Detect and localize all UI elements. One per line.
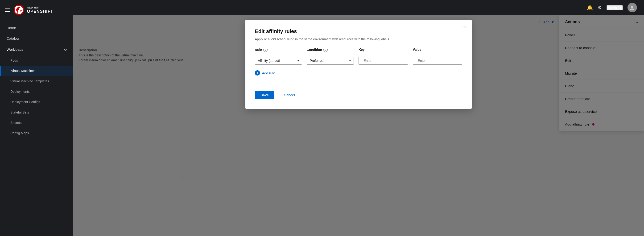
brand-text: RED HAT OPENSHIFT bbox=[27, 6, 53, 14]
sidebar-item-virtual-machines[interactable]: Virtual Machines bbox=[0, 66, 73, 76]
admin-chevron-icon: ▼ bbox=[619, 6, 622, 10]
redhat-logo-icon bbox=[13, 4, 24, 16]
gear-icon[interactable]: ⚙ bbox=[598, 5, 602, 10]
bell-icon[interactable]: 🔔 bbox=[587, 5, 593, 10]
page-bg: ⊕ Add ▼ Actions Power Connect to console… bbox=[73, 15, 644, 236]
condition-col-header: Condition ? bbox=[307, 48, 354, 54]
rule-label: Rule ? bbox=[255, 48, 302, 52]
rule-help-icon[interactable]: ? bbox=[263, 48, 268, 52]
user-avatar[interactable] bbox=[628, 3, 637, 12]
modal-overlay: × Edit affinity rules Apply or avoid sch… bbox=[73, 15, 644, 236]
value-input[interactable] bbox=[413, 57, 462, 65]
condition-label: Condition ? bbox=[307, 48, 354, 52]
main-content: 🔔 ⚙ Admin ▼ ⊕ Add ▼ Actions Pow bbox=[73, 0, 644, 236]
topbar: 🔔 ⚙ Admin ▼ bbox=[73, 0, 644, 15]
sidebar-header: RED HAT OPENSHIFT bbox=[0, 0, 73, 20]
svg-point-2 bbox=[630, 9, 634, 10]
avatar-icon bbox=[630, 5, 635, 10]
sidebar-item-stateful-sets[interactable]: Stateful Sets bbox=[0, 107, 73, 118]
sidebar-nav: Home Catalog Workloads Pods Virtual Mach… bbox=[0, 20, 73, 236]
form-header-row: Rule ? Condition ? Key Value bbox=[255, 48, 462, 54]
sidebar-item-config-maps[interactable]: Config Maps bbox=[0, 128, 73, 138]
key-input[interactable] bbox=[358, 57, 408, 65]
key-col-header: Key bbox=[358, 48, 408, 54]
value-label: Value bbox=[413, 48, 462, 52]
sidebar-item-catalog[interactable]: Catalog bbox=[0, 33, 73, 44]
condition-select-container: Preferred Required ▼ bbox=[307, 57, 354, 65]
condition-select-wrapper: Preferred Required ▼ bbox=[307, 57, 354, 65]
hamburger-menu-icon[interactable] bbox=[5, 8, 10, 12]
workloads-chevron-icon bbox=[64, 47, 67, 51]
add-rule-button[interactable]: + Add rule bbox=[255, 69, 275, 77]
brand-openshift-label: OPENSHIFT bbox=[27, 9, 53, 14]
condition-select[interactable]: Preferred Required bbox=[307, 57, 354, 65]
rule-select-wrapper: Affinity (attract) Anti-affinity (repel)… bbox=[255, 57, 302, 65]
sidebar-item-workloads[interactable]: Workloads bbox=[0, 44, 73, 55]
sidebar-item-pods[interactable]: Pods bbox=[0, 55, 73, 66]
sidebar-item-deployments[interactable]: Deployments bbox=[0, 86, 73, 97]
modal-title: Edit affinity rules bbox=[255, 28, 462, 35]
sidebar-item-deployment-configs[interactable]: Deployment Configs bbox=[0, 97, 73, 107]
sidebar-item-home[interactable]: Home bbox=[0, 23, 73, 33]
logo-area: RED HAT OPENSHIFT bbox=[13, 4, 53, 16]
key-input-wrapper bbox=[358, 57, 408, 65]
admin-menu-button[interactable]: Admin ▼ bbox=[606, 5, 623, 10]
value-input-wrapper bbox=[413, 57, 462, 65]
rule-select-container: Affinity (attract) Anti-affinity (repel)… bbox=[255, 57, 302, 65]
modal-close-button[interactable]: × bbox=[463, 25, 466, 30]
cancel-button[interactable]: Cancel bbox=[278, 91, 300, 99]
rule-select[interactable]: Affinity (attract) Anti-affinity (repel) bbox=[255, 57, 302, 65]
rule-col-header: Rule ? bbox=[255, 48, 302, 54]
sidebar-item-secrets[interactable]: Secrets bbox=[0, 118, 73, 128]
condition-help-icon[interactable]: ? bbox=[324, 48, 328, 52]
sidebar-item-virtual-machine-templates[interactable]: Virtual Machine Templates bbox=[0, 76, 73, 86]
save-button[interactable]: Save bbox=[255, 91, 274, 99]
modal-subtitle: Apply or avoid scheduleing in the same e… bbox=[255, 37, 462, 41]
form-data-row: Affinity (attract) Anti-affinity (repel)… bbox=[255, 57, 462, 65]
add-rule-plus-icon: + bbox=[255, 70, 260, 76]
svg-point-1 bbox=[631, 6, 634, 8]
value-col-header: Value bbox=[413, 48, 462, 54]
brand-redhat-label: RED HAT bbox=[27, 6, 53, 9]
sidebar: RED HAT OPENSHIFT Home Catalog Workloads… bbox=[0, 0, 73, 236]
key-label: Key bbox=[358, 48, 408, 52]
edit-affinity-modal: × Edit affinity rules Apply or avoid sch… bbox=[246, 20, 472, 109]
modal-footer: Save Cancel bbox=[255, 91, 462, 99]
